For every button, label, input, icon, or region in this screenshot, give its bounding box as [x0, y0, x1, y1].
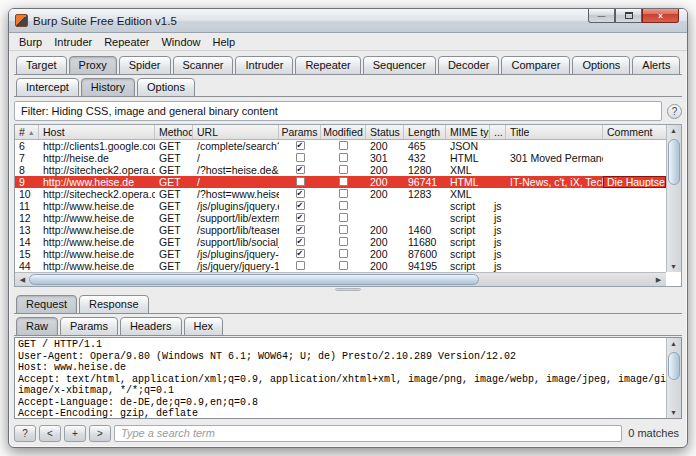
- scroll-down-icon[interactable]: ▼: [667, 409, 680, 416]
- format-tab[interactable]: Headers: [120, 317, 182, 336]
- column-header-length[interactable]: Length: [404, 125, 446, 139]
- menu-item[interactable]: Repeater: [98, 35, 155, 49]
- menu-item[interactable]: Burp: [13, 35, 48, 49]
- table-row[interactable]: 6 http://clients1.google.com GET /comple…: [15, 140, 666, 152]
- modified-checkbox[interactable]: [339, 237, 348, 246]
- modified-checkbox[interactable]: [339, 141, 348, 150]
- scroll-right-icon[interactable]: ▶: [652, 276, 665, 284]
- table-row[interactable]: 8 http://sitecheck2.opera.com GET /?host…: [15, 164, 666, 176]
- minimize-button[interactable]: —: [588, 8, 615, 23]
- modified-checkbox[interactable]: [339, 177, 348, 186]
- search-input[interactable]: [114, 425, 622, 442]
- cell-comment[interactable]: [603, 224, 666, 236]
- table-row[interactable]: 12 http://www.heise.de GET /support/lib/…: [15, 212, 666, 224]
- search-add-button[interactable]: +: [64, 425, 86, 442]
- viewer-tab[interactable]: Request: [16, 295, 77, 314]
- viewer-tab[interactable]: Response: [79, 295, 149, 314]
- params-checkbox[interactable]: [296, 225, 305, 234]
- cell-comment[interactable]: [603, 140, 666, 152]
- modified-checkbox[interactable]: [339, 261, 348, 270]
- cell-comment[interactable]: Die Hauptseite ...: [603, 176, 666, 188]
- modified-checkbox[interactable]: [339, 165, 348, 174]
- main-tab[interactable]: Scanner: [173, 56, 234, 75]
- menu-item[interactable]: Window: [155, 35, 206, 49]
- search-help-button[interactable]: ?: [14, 425, 36, 442]
- scroll-up-icon[interactable]: ▲: [667, 127, 680, 134]
- column-header-title[interactable]: Title: [506, 125, 603, 139]
- column-header-extension[interactable]: ...: [490, 125, 506, 139]
- column-header-modified[interactable]: Modified: [321, 125, 366, 139]
- cell-comment[interactable]: [603, 212, 666, 224]
- cell-comment[interactable]: [603, 188, 666, 200]
- main-tab[interactable]: Target: [16, 56, 67, 75]
- table-horizontal-scrollbar-thumb[interactable]: [29, 274, 479, 285]
- menu-item[interactable]: Intruder: [48, 35, 98, 49]
- cell-comment[interactable]: [603, 152, 666, 164]
- scroll-up-icon[interactable]: ▲: [667, 340, 680, 347]
- params-checkbox[interactable]: [296, 165, 305, 174]
- table-row[interactable]: 13 http://www.heise.de GET /support/lib/…: [15, 224, 666, 236]
- format-tab[interactable]: Raw: [16, 317, 58, 336]
- params-checkbox[interactable]: [296, 141, 305, 150]
- cell-comment[interactable]: [603, 200, 666, 212]
- request-vertical-scrollbar-thumb[interactable]: [668, 352, 680, 380]
- cell-comment[interactable]: [603, 260, 666, 272]
- table-row[interactable]: 7 http://heise.de GET / 301 432 HTML 301…: [15, 152, 666, 164]
- maximize-button[interactable]: [615, 8, 642, 23]
- params-checkbox[interactable]: [296, 213, 305, 222]
- format-tab[interactable]: Params: [60, 317, 118, 336]
- proxy-sub-tab[interactable]: Options: [137, 78, 195, 97]
- modified-checkbox[interactable]: [339, 189, 348, 198]
- main-tab[interactable]: Sequencer: [363, 56, 436, 75]
- table-row[interactable]: 44 http://www.heise.de GET /js/jquery/jq…: [15, 260, 666, 272]
- params-checkbox[interactable]: [296, 153, 305, 162]
- main-tab[interactable]: Spider: [119, 56, 171, 75]
- table-row[interactable]: 15 http://www.heise.de GET /js/plugins/j…: [15, 248, 666, 260]
- modified-checkbox[interactable]: [339, 213, 348, 222]
- help-button[interactable]: ?: [667, 104, 682, 119]
- params-checkbox[interactable]: [296, 249, 305, 258]
- main-tab[interactable]: Comparer: [501, 56, 570, 75]
- request-vertical-scrollbar[interactable]: ▲ ▼: [666, 338, 681, 418]
- main-tab[interactable]: Alerts: [632, 56, 680, 75]
- cell-comment[interactable]: [603, 248, 666, 260]
- modified-checkbox[interactable]: [339, 225, 348, 234]
- column-header-mime-type[interactable]: MIME type: [446, 125, 490, 139]
- params-checkbox[interactable]: [296, 189, 305, 198]
- close-button[interactable]: x: [642, 8, 679, 23]
- scroll-left-icon[interactable]: ◀: [16, 276, 29, 284]
- menu-item[interactable]: Help: [207, 35, 242, 49]
- panel-splitter[interactable]: [14, 287, 682, 292]
- table-vertical-scrollbar-thumb[interactable]: [668, 139, 680, 185]
- table-row[interactable]: 11 http://www.heise.de GET /js/plugins/j…: [15, 200, 666, 212]
- main-tab[interactable]: Proxy: [69, 56, 117, 75]
- table-horizontal-scrollbar[interactable]: ◀ ▶: [15, 272, 666, 286]
- main-tab[interactable]: Repeater: [295, 56, 360, 75]
- column-header-comment[interactable]: Comment: [603, 125, 666, 139]
- table-row[interactable]: 10 http://sitecheck2.opera.com GET /?hos…: [15, 188, 666, 200]
- column-header-params[interactable]: Params: [279, 125, 321, 139]
- column-header-status[interactable]: Status: [366, 125, 404, 139]
- search-previous-button[interactable]: <: [39, 425, 61, 442]
- column-header-method[interactable]: Method: [155, 125, 193, 139]
- scroll-down-icon[interactable]: ▼: [667, 263, 680, 270]
- table-row[interactable]: 14 http://www.heise.de GET /support/lib/…: [15, 236, 666, 248]
- modified-checkbox[interactable]: [339, 249, 348, 258]
- modified-checkbox[interactable]: [339, 201, 348, 210]
- main-tab[interactable]: Options: [572, 56, 630, 75]
- params-checkbox[interactable]: [296, 177, 305, 186]
- params-checkbox[interactable]: [296, 261, 305, 270]
- params-checkbox[interactable]: [296, 201, 305, 210]
- window-titlebar[interactable]: Burp Suite Free Edition v1.5 — x: [9, 9, 687, 33]
- column-header-host[interactable]: Host: [39, 125, 155, 139]
- format-tab[interactable]: Hex: [184, 317, 224, 336]
- table-vertical-scrollbar[interactable]: ▲ ▼: [666, 125, 681, 272]
- cell-comment[interactable]: [603, 236, 666, 248]
- search-next-button[interactable]: >: [89, 425, 111, 442]
- params-checkbox[interactable]: [296, 237, 305, 246]
- request-editor[interactable]: GET / HTTP/1.1User-Agent: Opera/9.80 (Wi…: [14, 337, 682, 419]
- filter-bar[interactable]: Filter: Hiding CSS, image and general bi…: [14, 101, 662, 121]
- modified-checkbox[interactable]: [339, 153, 348, 162]
- proxy-sub-tab[interactable]: History: [81, 78, 135, 97]
- main-tab[interactable]: Intruder: [235, 56, 293, 75]
